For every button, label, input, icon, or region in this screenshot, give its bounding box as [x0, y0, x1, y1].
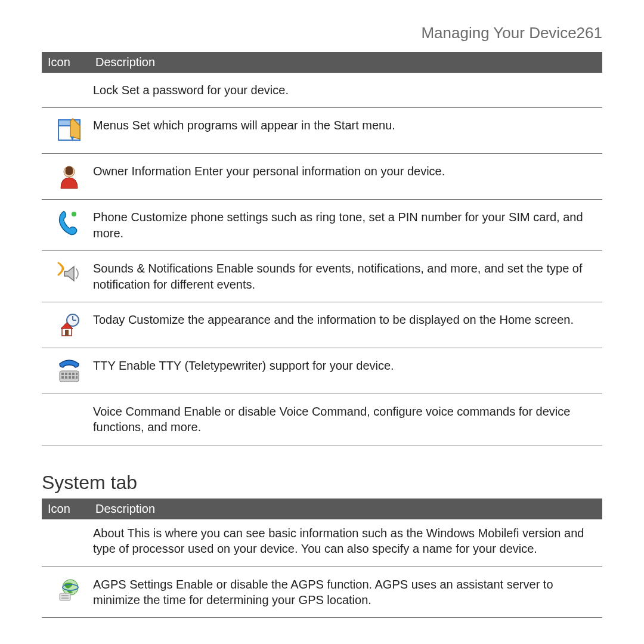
- table-header-desc: Description: [95, 502, 596, 516]
- svg-rect-13: [69, 373, 71, 375]
- page-header: Managing Your Device261: [42, 24, 602, 42]
- agps-icon: [45, 577, 93, 603]
- row-description: About This is where you can see basic in…: [93, 525, 599, 557]
- row-description: TTY Enable TTY (Teletypewriter) support …: [93, 358, 599, 373]
- table-row: Owner Information Enter your personal in…: [42, 154, 602, 200]
- svg-rect-9: [65, 330, 69, 336]
- svg-rect-14: [72, 373, 75, 375]
- table-row: Voice Command Enable or disable Voice Co…: [42, 394, 602, 445]
- section-title: System tab: [42, 472, 602, 494]
- row-description: Today Customize the appearance and the i…: [93, 312, 599, 327]
- tty-icon: [45, 358, 93, 384]
- svg-rect-20: [76, 376, 78, 379]
- table-row: Menus Set which programs will appear in …: [42, 108, 602, 154]
- row-description: Owner Information Enter your personal in…: [93, 163, 599, 179]
- sounds-icon: [45, 261, 93, 287]
- table-row: Today Customize the appearance and the i…: [42, 302, 602, 348]
- menus-icon: [45, 117, 93, 144]
- svg-point-5: [72, 212, 76, 216]
- table-header: Icon Description: [42, 52, 602, 73]
- table-row: TTY Enable TTY (Teletypewriter) support …: [42, 348, 602, 394]
- table-row: About This is where you can see basic in…: [42, 519, 602, 567]
- table-row: Sounds & Notifications Enable sounds for…: [42, 251, 602, 302]
- svg-rect-23: [60, 593, 70, 600]
- row-description: Sounds & Notifications Enable sounds for…: [93, 261, 599, 292]
- svg-rect-16: [61, 376, 64, 379]
- page-header-number: 261: [577, 24, 602, 42]
- table-row: Lock Set a password for your device.: [42, 73, 602, 108]
- row-description: Voice Command Enable or disable Voice Co…: [93, 404, 599, 435]
- svg-rect-18: [69, 376, 71, 379]
- table-row: AGPS Settings Enable or disable the AGPS…: [42, 567, 602, 618]
- owner-info-icon: [45, 163, 93, 190]
- row-description: Lock Set a password for your device.: [93, 82, 599, 98]
- table-header-desc: Description: [95, 55, 596, 69]
- row-description: Menus Set which programs will appear in …: [93, 117, 599, 133]
- page-header-section: Managing Your Device: [421, 24, 576, 42]
- document-page: Managing Your Device261 Icon Description…: [0, 0, 644, 618]
- row-description: AGPS Settings Enable or disable the AGPS…: [93, 577, 599, 608]
- table-header-icon: Icon: [48, 502, 95, 516]
- svg-rect-12: [65, 373, 67, 375]
- table-header: Icon Description: [42, 499, 602, 519]
- row-description: Phone Customize phone settings such as r…: [93, 209, 599, 241]
- svg-rect-19: [72, 376, 75, 379]
- svg-rect-17: [65, 376, 67, 379]
- today-icon: [45, 312, 93, 338]
- table-header-icon: Icon: [48, 55, 95, 69]
- phone-icon: [45, 209, 93, 236]
- table-row: Phone Customize phone settings such as r…: [42, 200, 602, 251]
- svg-rect-11: [61, 373, 64, 375]
- svg-rect-15: [76, 373, 78, 375]
